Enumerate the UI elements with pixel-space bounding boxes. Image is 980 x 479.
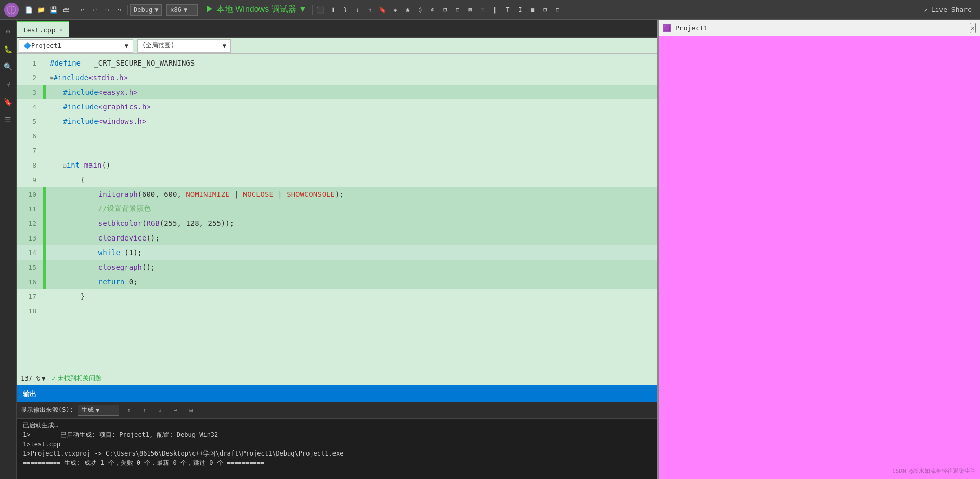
run-button[interactable]: ▶ 本地 Windows 调试器 ▼ <box>202 4 310 15</box>
debug-config-label: Debug <box>134 6 152 14</box>
output-wrap-icon[interactable]: ↩ <box>170 405 182 416</box>
sidebar-icon-bookmarks[interactable]: 🔖 <box>1 95 16 109</box>
code-editor[interactable]: 1 #define _CRT_SECURE_NO_WARNINGS 2 ⊟#in… <box>17 54 657 371</box>
project-dropdown-label: Project1 <box>31 42 61 49</box>
scope-bar: 🔷 Project1 ▼ (全局范围) ▼ <box>17 38 657 54</box>
line-num-9: 9 <box>17 176 43 184</box>
watermark-text: CSDN @浙水如流年轻往返染尘兰 <box>892 468 976 474</box>
cursor-icon[interactable]: I <box>514 4 526 16</box>
lines-icon[interactable]: ≣ <box>527 4 538 16</box>
format-icon[interactable]: ‖ <box>489 4 501 16</box>
output-scroll-down-icon[interactable]: ↓ <box>154 405 166 416</box>
output-source-select[interactable]: 生成 ▼ <box>78 405 119 416</box>
code-line-3: 3 #include<easyx.h> <box>17 85 657 99</box>
arch-dropdown[interactable]: x86 ▼ <box>166 4 198 16</box>
status-bar: 137 % ▼ ✓ 未找到相关问题 <box>17 371 657 385</box>
output-line-3: 1>test.cpp <box>23 439 651 449</box>
scope-range[interactable]: (全局范围) ▼ <box>137 39 231 53</box>
output-header: 输出 <box>17 386 657 402</box>
project-dropdown[interactable]: 🔷 Project1 ▼ <box>19 39 133 53</box>
output-clear-icon[interactable]: ↑ <box>123 405 135 416</box>
step-in-icon[interactable]: ↓ <box>352 4 364 16</box>
layout-icon[interactable]: ⊞ <box>440 4 451 16</box>
tab-test-cpp[interactable]: test.cpp × <box>17 21 69 37</box>
undo-icon[interactable]: ↩ <box>76 4 88 16</box>
line-num-11: 11 <box>17 205 43 213</box>
code-line-13: 13 cleardevice(); <box>17 231 657 245</box>
undo2-icon[interactable]: ↩ <box>89 4 100 16</box>
line-content-9: { <box>46 175 85 184</box>
line-content-4: #include<graphics.h> <box>46 103 151 111</box>
code-line-11: 11 //设置背景颜色 <box>17 201 657 216</box>
code-line-12: 12 setbkcolor(RGB(255, 128, 255)); <box>17 216 657 231</box>
live-share-button[interactable]: ↗ Live Share <box>920 6 976 14</box>
debug-icon3[interactable]: ◉ <box>402 4 414 16</box>
project-dropdown-arrow: ▼ <box>125 42 128 49</box>
preview-close-button[interactable]: × <box>970 23 976 33</box>
scope-range-label: (全局范围) <box>142 41 174 50</box>
debug-icon5[interactable]: ⊕ <box>427 4 439 16</box>
file-toolbar: 📄 📁 💾 🗃 <box>23 4 72 16</box>
step-out-icon[interactable]: ↑ <box>365 4 376 16</box>
right-panel: 🟪 Project1 × <box>657 20 980 479</box>
sidebar-icon-debug[interactable]: 🐛 <box>1 42 16 56</box>
tab-close-icon[interactable]: × <box>60 27 63 33</box>
project-dropdown-icon: 🔷 <box>23 42 31 49</box>
code-line-1: 1 #define _CRT_SECURE_NO_WARNINGS <box>17 56 657 70</box>
output-line-4: 1>Project1.vcxproj -> C:\Users\86156\Des… <box>23 449 651 458</box>
grid-icon[interactable]: ⊟ <box>552 4 563 16</box>
table-icon[interactable]: ⊞ <box>539 4 551 16</box>
status-text: 未找到相关问题 <box>58 374 101 383</box>
sidebar-icon-search[interactable]: 🔍 <box>1 59 16 74</box>
line-num-7: 7 <box>17 147 43 155</box>
tab-filename: test.cpp <box>23 26 56 34</box>
debug-icon4[interactable]: ◊ <box>415 4 426 16</box>
column-icon[interactable]: ⊟ <box>452 4 463 16</box>
output-filter-icon[interactable]: ⊟ <box>186 405 197 416</box>
line-content-17: } <box>46 292 85 300</box>
zoom-control[interactable]: 137 % ▼ <box>21 375 45 382</box>
save-icon[interactable]: 💾 <box>48 4 59 16</box>
step-over-icon[interactable]: ⤵ <box>340 4 351 16</box>
debug-toolbar: ⬛ ⏸ ⤵ ↓ ↑ 🔖 ◈ ◉ ◊ ⊕ ⊞ ⊟ ⊠ ≡ ‖ T I ≣ ⊞ ⊟ <box>315 4 563 16</box>
redo-icon[interactable]: ↪ <box>101 4 113 16</box>
bookmark-icon[interactable]: 🔖 <box>377 4 389 16</box>
open-folder-icon[interactable]: 📁 <box>35 4 47 16</box>
indent-icon[interactable]: ≡ <box>477 4 488 16</box>
new-file-icon[interactable]: 📄 <box>23 4 34 16</box>
sidebar-icon-git[interactable]: ⑂ <box>1 77 16 92</box>
preview-titlebar: 🟪 Project1 × <box>659 20 980 36</box>
line-num-16: 16 <box>17 278 43 286</box>
debug-config-arrow: ▼ <box>154 6 158 14</box>
arch-label: x86 <box>170 6 182 14</box>
line-num-5: 5 <box>17 118 43 125</box>
output-line-5: ========== 生成: 成功 1 个，失败 0 个，最新 0 个，跳过 0… <box>23 458 651 468</box>
text-icon[interactable]: T <box>502 4 513 16</box>
output-source-value: 生成 <box>81 406 94 414</box>
tab-bar: test.cpp × <box>17 20 657 38</box>
debug-icon2[interactable]: ◈ <box>390 4 401 16</box>
code-line-7: 7 <box>17 143 657 158</box>
save-all-icon[interactable]: 🗃 <box>60 4 72 16</box>
watermark: CSDN @浙水如流年轻往返染尘兰 <box>892 467 976 475</box>
line-content-3: #include<easyx.h> <box>46 88 138 96</box>
line-num-13: 13 <box>17 234 43 242</box>
output-content: 已启动生成… 1>------- 已启动生成: 项目: Project1, 配置… <box>17 419 657 479</box>
live-share-icon: ↗ <box>924 6 928 14</box>
line-content-6 <box>46 132 54 140</box>
scope-range-arrow: ▼ <box>223 42 226 49</box>
debug-config-dropdown[interactable]: Debug ▼ <box>130 4 162 16</box>
sidebar-icon-nav[interactable]: ☰ <box>1 112 16 127</box>
output-toolbar: 显示输出来源(S): 生成 ▼ ↑ ↑ ↓ ↩ ⊟ <box>17 402 657 419</box>
edit-toolbar: ↩ ↩ ↪ ↪ <box>76 4 125 16</box>
zoom-value: 137 % <box>21 375 40 382</box>
sidebar-icon-settings[interactable]: ⚙ <box>1 24 16 39</box>
redo2-icon[interactable]: ↪ <box>114 4 125 16</box>
line-content-11: //设置背景颜色 <box>46 204 151 213</box>
pause-icon[interactable]: ⏸ <box>327 4 339 16</box>
line-content-13: cleardevice(); <box>46 234 160 242</box>
line-num-17: 17 <box>17 293 43 300</box>
output-scroll-up-icon[interactable]: ↑ <box>139 405 150 416</box>
split-icon[interactable]: ⊠ <box>465 4 476 16</box>
stop-icon[interactable]: ⬛ <box>315 4 326 16</box>
